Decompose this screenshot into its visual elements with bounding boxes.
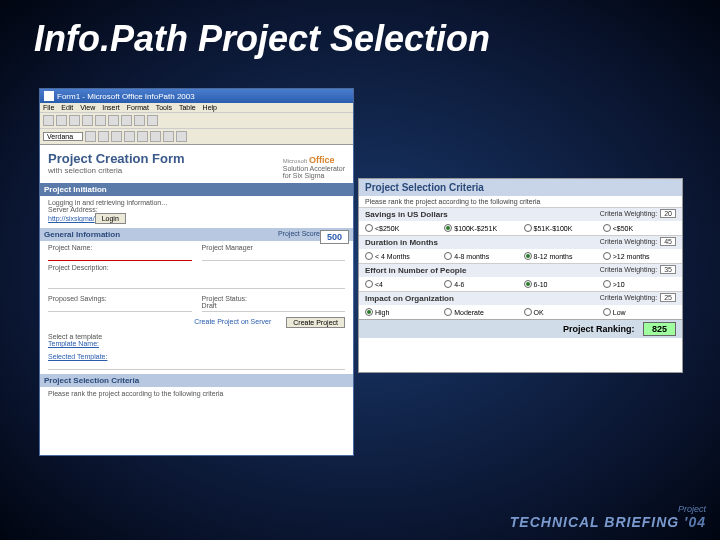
radio-icon[interactable] (603, 224, 611, 232)
proj-desc-input[interactable] (48, 271, 345, 289)
radio-icon[interactable] (365, 224, 373, 232)
rank-value: 825 (643, 322, 676, 336)
tb-numbering-icon[interactable] (176, 131, 187, 142)
criteria-option[interactable]: $51K-$100K (524, 224, 597, 232)
tb-bullets-icon[interactable] (163, 131, 174, 142)
radio-icon[interactable] (603, 280, 611, 288)
menubar[interactable]: File Edit View Insert Format Tools Table… (40, 103, 353, 113)
menu-view[interactable]: View (80, 104, 95, 111)
create-server-link[interactable]: Create Project on Server (194, 318, 271, 325)
tb-align-left-icon[interactable] (124, 131, 135, 142)
tb-print-icon[interactable] (82, 115, 93, 126)
radio-icon[interactable] (444, 280, 452, 288)
criteria-option[interactable]: 4-6 (444, 280, 517, 288)
tb-copy-icon[interactable] (108, 115, 119, 126)
radio-icon[interactable] (365, 308, 373, 316)
menu-tools[interactable]: Tools (156, 104, 172, 111)
criteria-panel: Project Selection Criteria Please rank t… (358, 178, 683, 373)
tb-italic-icon[interactable] (98, 131, 109, 142)
radio-icon[interactable] (444, 252, 452, 260)
menu-table[interactable]: Table (179, 104, 196, 111)
tb-new-icon[interactable] (43, 115, 54, 126)
criteria-option[interactable]: >12 months (603, 252, 676, 260)
server-url[interactable]: http://sixsigma/ (48, 215, 95, 222)
criteria-subtitle: Please rank the project according to the… (359, 196, 682, 207)
option-label: $100K-$251K (454, 225, 497, 232)
window-title: Form1 - Microsoft Office InfoPath 2003 (57, 92, 195, 101)
tb-redo-icon[interactable] (147, 115, 158, 126)
tb-undo-icon[interactable] (134, 115, 145, 126)
criteria-option[interactable]: High (365, 308, 438, 316)
server-label: Server Address: (48, 206, 345, 213)
criteria-option[interactable]: <4 (365, 280, 438, 288)
criteria-options-row: HighModerateOKLow (359, 305, 682, 319)
criteria-option[interactable]: <$250K (365, 224, 438, 232)
footer-briefing: TECHNICAL BRIEFING '04 (510, 514, 706, 530)
option-label: >12 months (613, 253, 650, 260)
proj-mgr-input[interactable] (202, 251, 346, 261)
menu-help[interactable]: Help (203, 104, 217, 111)
radio-icon[interactable] (524, 280, 532, 288)
login-button[interactable]: Login (95, 213, 126, 224)
menu-edit[interactable]: Edit (61, 104, 73, 111)
section-initiation: Project Initiation (40, 183, 353, 196)
radio-icon[interactable] (524, 252, 532, 260)
savings-input[interactable] (48, 302, 192, 312)
tb-align-right-icon[interactable] (150, 131, 161, 142)
radio-icon[interactable] (365, 280, 373, 288)
selected-template-input[interactable] (48, 360, 345, 370)
status-input[interactable]: Draft (202, 302, 346, 312)
score-label: Project Score (278, 230, 320, 237)
criteria-option[interactable]: 4-8 months (444, 252, 517, 260)
menu-format[interactable]: Format (127, 104, 149, 111)
option-label: Moderate (454, 309, 484, 316)
criteria-option[interactable]: OK (524, 308, 597, 316)
criteria-option[interactable]: 6-10 (524, 280, 597, 288)
radio-icon[interactable] (524, 224, 532, 232)
criteria-option[interactable]: < 4 Months (365, 252, 438, 260)
radio-icon[interactable] (365, 252, 373, 260)
tb-paste-icon[interactable] (121, 115, 132, 126)
radio-icon[interactable] (603, 252, 611, 260)
option-label: 4-6 (454, 281, 464, 288)
criteria-option[interactable]: $100K-$251K (444, 224, 517, 232)
proj-name-input[interactable] (48, 251, 192, 261)
criteria-sub: Please rank the project according to the… (48, 390, 345, 397)
criteria-option[interactable]: <$50K (603, 224, 676, 232)
criteria-section-hdr: Savings in US DollarsCriteria Weighting:… (359, 207, 682, 221)
criteria-option[interactable]: Low (603, 308, 676, 316)
menu-insert[interactable]: Insert (102, 104, 120, 111)
criteria-option[interactable]: 8-12 months (524, 252, 597, 260)
init-status: Logging in and retrieving information... (48, 199, 345, 206)
option-label: $51K-$100K (534, 225, 573, 232)
radio-icon[interactable] (603, 308, 611, 316)
create-project-button[interactable]: Create Project (286, 317, 345, 328)
score-value: 500 (320, 230, 349, 244)
toolbar-main (40, 113, 353, 129)
tb-bold-icon[interactable] (85, 131, 96, 142)
criteria-option[interactable]: >10 (603, 280, 676, 288)
office-logo: Microsoft Office Solution Accelerator fo… (283, 155, 345, 179)
tb-underline-icon[interactable] (111, 131, 122, 142)
criteria-option[interactable]: Moderate (444, 308, 517, 316)
section-general: General Information Project Score 500 (40, 228, 353, 241)
tb-cut-icon[interactable] (95, 115, 106, 126)
gen-hdr-label: General Information (44, 230, 120, 239)
template-name-link[interactable]: Template Name: (48, 340, 345, 347)
proj-desc-label: Project Description: (48, 264, 345, 271)
menu-file[interactable]: File (43, 104, 54, 111)
rank-label: Project Ranking: (563, 324, 635, 334)
form-body: Project Creation Form with selection cri… (40, 145, 353, 403)
radio-icon[interactable] (524, 308, 532, 316)
tb-align-center-icon[interactable] (137, 131, 148, 142)
font-selector[interactable]: Verdana (43, 132, 83, 141)
savings-label: Proposed Savings: (48, 295, 192, 302)
proj-name-label: Project Name: (48, 244, 192, 251)
radio-icon[interactable] (444, 308, 452, 316)
selected-template-link[interactable]: Selected Template: (48, 353, 345, 360)
tb-save-icon[interactable] (69, 115, 80, 126)
radio-icon[interactable] (444, 224, 452, 232)
option-label: <$50K (613, 225, 633, 232)
tb-open-icon[interactable] (56, 115, 67, 126)
option-label: High (375, 309, 389, 316)
